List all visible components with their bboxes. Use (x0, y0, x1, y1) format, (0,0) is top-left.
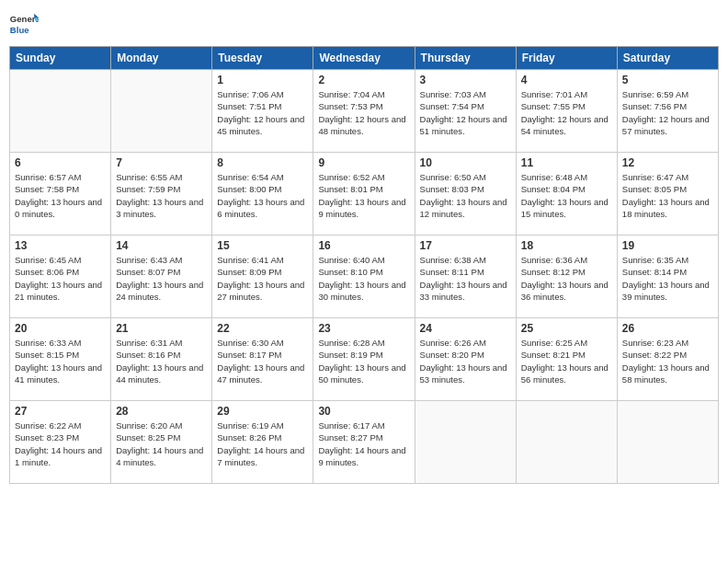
day-number: 2 (318, 74, 409, 86)
day-info: Sunrise: 7:06 AMSunset: 7:51 PMDaylight:… (217, 88, 308, 137)
day-info: Sunrise: 6:43 AMSunset: 8:07 PMDaylight:… (116, 254, 207, 303)
calendar-cell (617, 401, 718, 484)
day-info: Sunrise: 6:22 AMSunset: 8:23 PMDaylight:… (15, 419, 106, 468)
day-info: Sunrise: 6:48 AMSunset: 8:04 PMDaylight:… (521, 171, 612, 220)
day-info: Sunrise: 6:55 AMSunset: 7:59 PMDaylight:… (116, 171, 207, 220)
day-number: 30 (318, 405, 409, 418)
calendar-cell (10, 70, 111, 153)
svg-text:Blue: Blue (10, 25, 29, 35)
day-number: 23 (318, 322, 409, 335)
header-monday: Monday (111, 47, 212, 70)
page: General Blue SundayMondayTuesdayWednesda… (0, 0, 728, 563)
day-number: 9 (318, 156, 409, 169)
day-number: 17 (420, 239, 511, 252)
calendar-cell: 26Sunrise: 6:23 AMSunset: 8:22 PMDayligh… (617, 318, 718, 401)
day-info: Sunrise: 6:45 AMSunset: 8:06 PMDaylight:… (15, 254, 106, 303)
day-number: 3 (420, 74, 511, 86)
day-number: 12 (622, 156, 713, 169)
calendar-cell: 19Sunrise: 6:35 AMSunset: 8:14 PMDayligh… (617, 236, 718, 318)
day-number: 19 (622, 239, 713, 252)
day-info: Sunrise: 6:47 AMSunset: 8:05 PMDaylight:… (622, 171, 713, 220)
calendar-cell: 1Sunrise: 7:06 AMSunset: 7:51 PMDaylight… (212, 70, 313, 153)
calendar-cell: 6Sunrise: 6:57 AMSunset: 7:58 PMDaylight… (10, 153, 111, 236)
day-number: 16 (318, 239, 409, 252)
day-info: Sunrise: 6:52 AMSunset: 8:01 PMDaylight:… (318, 171, 409, 220)
calendar-cell: 29Sunrise: 6:19 AMSunset: 8:26 PMDayligh… (212, 401, 313, 484)
day-info: Sunrise: 6:26 AMSunset: 8:20 PMDaylight:… (420, 337, 511, 385)
calendar-cell: 17Sunrise: 6:38 AMSunset: 8:11 PMDayligh… (415, 236, 516, 318)
day-info: Sunrise: 6:54 AMSunset: 8:00 PMDaylight:… (217, 171, 308, 220)
day-info: Sunrise: 7:01 AMSunset: 7:55 PMDaylight:… (521, 88, 612, 137)
calendar-cell: 2Sunrise: 7:04 AMSunset: 7:53 PMDaylight… (313, 70, 415, 153)
calendar-cell: 27Sunrise: 6:22 AMSunset: 8:23 PMDayligh… (10, 401, 111, 484)
day-number: 8 (217, 156, 308, 169)
day-info: Sunrise: 7:04 AMSunset: 7:53 PMDaylight:… (318, 88, 409, 137)
day-info: Sunrise: 6:35 AMSunset: 8:14 PMDaylight:… (622, 254, 713, 303)
day-info: Sunrise: 6:59 AMSunset: 7:56 PMDaylight:… (622, 88, 713, 137)
calendar-cell: 4Sunrise: 7:01 AMSunset: 7:55 PMDaylight… (516, 70, 617, 153)
day-info: Sunrise: 6:33 AMSunset: 8:15 PMDaylight:… (15, 337, 106, 385)
calendar-cell: 8Sunrise: 6:54 AMSunset: 8:00 PMDaylight… (212, 153, 313, 236)
calendar-cell: 25Sunrise: 6:25 AMSunset: 8:21 PMDayligh… (516, 318, 617, 401)
day-number: 22 (217, 322, 308, 335)
calendar-cell: 15Sunrise: 6:41 AMSunset: 8:09 PMDayligh… (212, 236, 313, 318)
day-info: Sunrise: 7:03 AMSunset: 7:54 PMDaylight:… (420, 88, 511, 137)
day-info: Sunrise: 6:31 AMSunset: 8:16 PMDaylight:… (116, 337, 207, 385)
day-info: Sunrise: 6:20 AMSunset: 8:25 PMDaylight:… (116, 419, 207, 468)
header-wednesday: Wednesday (313, 47, 415, 70)
day-info: Sunrise: 6:36 AMSunset: 8:12 PMDaylight:… (521, 254, 612, 303)
day-number: 29 (217, 405, 308, 418)
day-number: 1 (217, 74, 308, 86)
day-number: 28 (116, 405, 207, 418)
header-saturday: Saturday (617, 47, 718, 70)
calendar-cell: 7Sunrise: 6:55 AMSunset: 7:59 PMDaylight… (111, 153, 212, 236)
calendar-cell: 22Sunrise: 6:30 AMSunset: 8:17 PMDayligh… (212, 318, 313, 401)
logo: General Blue (9, 9, 39, 39)
day-info: Sunrise: 6:28 AMSunset: 8:19 PMDaylight:… (318, 337, 409, 385)
calendar-cell: 12Sunrise: 6:47 AMSunset: 8:05 PMDayligh… (617, 153, 718, 236)
header-sunday: Sunday (10, 47, 111, 70)
day-number: 15 (217, 239, 308, 252)
header-friday: Friday (516, 47, 617, 70)
day-number: 26 (622, 322, 713, 335)
day-info: Sunrise: 6:57 AMSunset: 7:58 PMDaylight:… (15, 171, 106, 220)
day-number: 6 (15, 156, 106, 169)
day-info: Sunrise: 6:23 AMSunset: 8:22 PMDaylight:… (622, 337, 713, 385)
calendar-cell: 28Sunrise: 6:20 AMSunset: 8:25 PMDayligh… (111, 401, 212, 484)
calendar-cell: 24Sunrise: 6:26 AMSunset: 8:20 PMDayligh… (415, 318, 516, 401)
calendar-cell: 23Sunrise: 6:28 AMSunset: 8:19 PMDayligh… (313, 318, 415, 401)
day-number: 5 (622, 74, 713, 86)
calendar-cell: 10Sunrise: 6:50 AMSunset: 8:03 PMDayligh… (415, 153, 516, 236)
day-number: 10 (420, 156, 511, 169)
calendar-cell: 13Sunrise: 6:45 AMSunset: 8:06 PMDayligh… (10, 236, 111, 318)
day-number: 25 (521, 322, 612, 335)
day-info: Sunrise: 6:25 AMSunset: 8:21 PMDaylight:… (521, 337, 612, 385)
logo-svg: General Blue (9, 9, 39, 39)
week-row-1: 1Sunrise: 7:06 AMSunset: 7:51 PMDaylight… (10, 70, 719, 153)
day-info: Sunrise: 6:40 AMSunset: 8:10 PMDaylight:… (318, 254, 409, 303)
calendar-cell (415, 401, 516, 484)
week-row-5: 27Sunrise: 6:22 AMSunset: 8:23 PMDayligh… (10, 401, 719, 484)
calendar-cell (516, 401, 617, 484)
day-info: Sunrise: 6:19 AMSunset: 8:26 PMDaylight:… (217, 419, 308, 468)
calendar-cell: 14Sunrise: 6:43 AMSunset: 8:07 PMDayligh… (111, 236, 212, 318)
day-number: 24 (420, 322, 511, 335)
day-number: 14 (116, 239, 207, 252)
calendar-cell: 20Sunrise: 6:33 AMSunset: 8:15 PMDayligh… (10, 318, 111, 401)
calendar-cell: 21Sunrise: 6:31 AMSunset: 8:16 PMDayligh… (111, 318, 212, 401)
day-number: 11 (521, 156, 612, 169)
calendar-cell: 9Sunrise: 6:52 AMSunset: 8:01 PMDaylight… (313, 153, 415, 236)
calendar-cell: 30Sunrise: 6:17 AMSunset: 8:27 PMDayligh… (313, 401, 415, 484)
day-info: Sunrise: 6:50 AMSunset: 8:03 PMDaylight:… (420, 171, 511, 220)
day-number: 4 (521, 74, 612, 86)
calendar-table: SundayMondayTuesdayWednesdayThursdayFrid… (9, 46, 719, 484)
calendar-cell (111, 70, 212, 153)
header: General Blue (9, 9, 719, 39)
calendar-cell: 18Sunrise: 6:36 AMSunset: 8:12 PMDayligh… (516, 236, 617, 318)
day-number: 7 (116, 156, 207, 169)
week-row-4: 20Sunrise: 6:33 AMSunset: 8:15 PMDayligh… (10, 318, 719, 401)
day-info: Sunrise: 6:38 AMSunset: 8:11 PMDaylight:… (420, 254, 511, 303)
week-row-2: 6Sunrise: 6:57 AMSunset: 7:58 PMDaylight… (10, 153, 719, 236)
week-row-3: 13Sunrise: 6:45 AMSunset: 8:06 PMDayligh… (10, 236, 719, 318)
day-number: 27 (15, 405, 106, 418)
